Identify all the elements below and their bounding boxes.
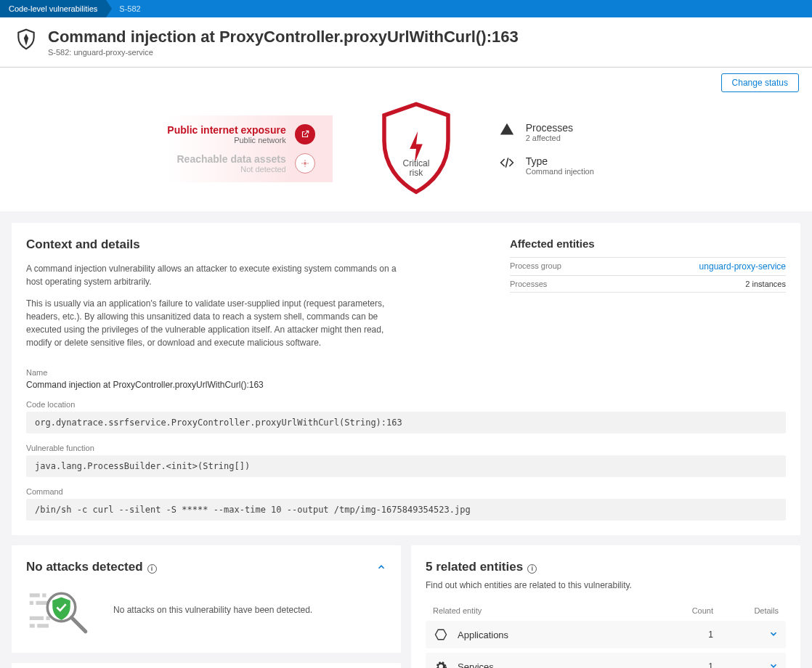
type-label: Type [526,155,594,167]
breadcrumb-bar: Code-level vulnerabilities S-582 [0,0,812,17]
svg-rect-9 [30,624,35,628]
related-name: Applications [458,630,670,640]
affected-label: Processes [510,280,547,288]
context-card: Context and details A command injection … [12,223,800,535]
type-value: Command injection [526,167,594,176]
col-count: Count [670,606,713,615]
breadcrumb-root[interactable]: Code-level vulnerabilities [0,0,106,17]
related-card: 5 related entitiesi Find out which entit… [411,545,800,668]
shield-scan-icon [26,584,92,635]
svg-point-0 [304,162,306,165]
code-location-value: org.dynatrace.ssrfservice.ProxyControlle… [26,412,786,433]
command-label: Command [26,487,786,496]
code-icon [500,155,514,170]
name-label: Name [26,368,786,377]
affected-heading: Affected entities [510,237,786,250]
svg-text:risk: risk [409,168,423,179]
svg-rect-3 [30,594,40,598]
related-row[interactable]: Services 1 [426,653,786,668]
chevron-down-icon[interactable] [768,629,779,639]
svg-rect-5 [30,601,33,605]
svg-rect-10 [37,624,49,628]
related-name: Services [458,661,670,668]
shield-icon [15,28,38,51]
evolution-card: Vulnerability evolution Discover more de… [12,663,401,668]
page-subtitle: S-582: unguard-proxy-service [48,48,519,57]
exposure-data-title: Reachable data assets [176,153,285,165]
col-details: Details [713,606,779,615]
vulnerable-function-label: Vulnerable function [26,444,786,452]
affected-value: 2 instances [745,280,786,288]
affected-value[interactable]: unguard-proxy-service [699,261,786,272]
related-row[interactable]: Applications 1 [426,621,786,648]
svg-rect-8 [46,616,50,620]
related-intro: Find out which entities are related to t… [426,579,786,592]
attacks-message: No attacks on this vulnerability have be… [113,605,312,615]
related-heading: 5 related entities [426,560,523,574]
attacks-heading: No attacks detected [26,560,143,574]
data-asset-icon [295,153,315,174]
attacks-card: No attacks detectedi No attacks on [12,545,401,653]
affected-row: Process groupunguard-proxy-service [510,258,786,276]
globe-exit-icon [295,124,315,144]
name-value: Command injection at ProxyController.pro… [26,380,786,390]
processes-value: 2 affected [526,134,573,142]
page-title: Command injection at ProxyController.pro… [48,28,519,46]
info-icon[interactable]: i [147,564,157,574]
context-p2: This is usually via an application's fai… [26,297,404,349]
exposure-internet-sub: Public network [167,136,285,144]
affected-label: Process group [510,261,561,272]
col-related-entity: Related entity [433,606,670,615]
command-value: /bin/sh -c curl --silent -S ***** --max-… [26,499,786,521]
svg-rect-4 [42,594,46,598]
related-count: 1 [670,661,713,668]
change-status-button[interactable]: Change status [721,73,799,92]
code-location-label: Code location [26,400,786,409]
context-heading: Context and details [26,237,481,252]
hexagon-icon [433,628,449,641]
svg-line-12 [72,618,86,632]
exposure-data-sub: Not detected [176,165,285,174]
svg-text:Critical: Critical [402,159,429,169]
chevron-down-icon[interactable] [768,661,779,668]
risk-shield-icon: Critical risk [376,101,456,197]
vulnerable-function-value: java.lang.ProcessBuilder.<init>(String[]… [26,455,786,477]
affected-row: Processes2 instances [510,276,786,293]
info-icon[interactable]: i [527,564,537,574]
page-header: Command injection at ProxyController.pro… [0,17,812,68]
svg-rect-7 [30,616,44,620]
related-count: 1 [670,630,713,640]
processes-label: Processes [526,122,573,134]
breadcrumb-current: S-582 [106,1,147,16]
warning-icon [500,122,514,137]
summary-banner: Change status Public internet exposure P… [0,68,812,211]
gear-icon [433,660,449,668]
context-p1: A command injection vulnerability allows… [26,262,404,288]
exposure-internet-title: Public internet exposure [167,124,285,136]
collapse-icon[interactable] [376,562,386,572]
